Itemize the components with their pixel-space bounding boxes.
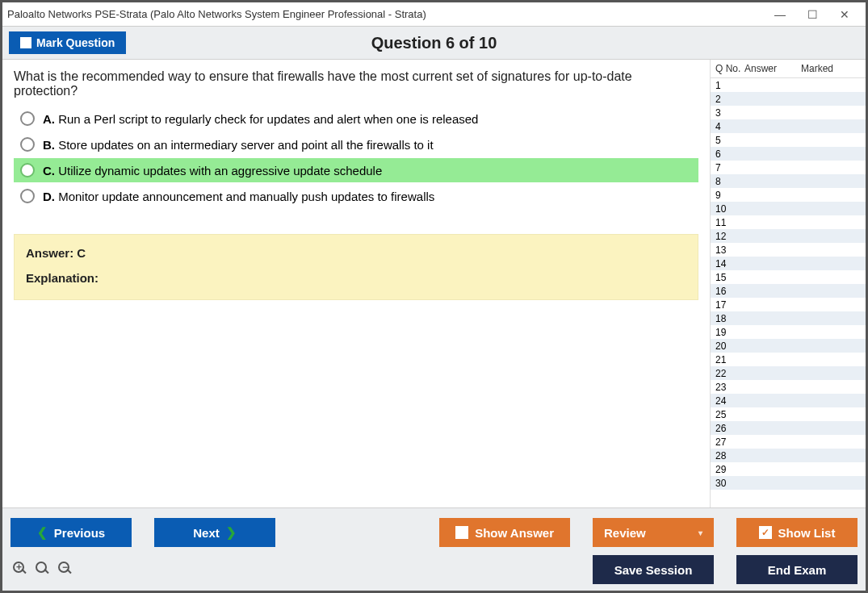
zoom-in-icon[interactable] xyxy=(12,561,30,578)
chevron-left-icon: ❮ xyxy=(37,525,48,540)
titlebar: Paloalto Networks PSE-Strata (Palo Alto … xyxy=(2,2,866,27)
answer-box: Answer: C Explanation: xyxy=(14,234,698,300)
question-list-row[interactable]: 5 xyxy=(711,133,866,147)
minimize-button[interactable]: — xyxy=(764,3,796,26)
app-window: Paloalto Networks PSE-Strata (Palo Alto … xyxy=(0,0,868,593)
question-list-row[interactable]: 8 xyxy=(711,174,866,188)
zoom-controls xyxy=(10,561,75,578)
cell-qno: 20 xyxy=(711,340,744,352)
previous-label: Previous xyxy=(54,526,105,540)
option-text: B. Store updates on an intermediary serv… xyxy=(43,138,434,152)
main-column: What is the recommended way to ensure th… xyxy=(2,60,710,507)
question-list-body[interactable]: 1234567891011121314151617181920212223242… xyxy=(711,78,866,507)
next-label: Next xyxy=(193,526,220,540)
question-list-row[interactable]: 25 xyxy=(711,407,866,421)
question-list-row[interactable]: 13 xyxy=(711,243,866,257)
zoom-icon[interactable] xyxy=(35,561,52,578)
radio-icon xyxy=(20,137,35,152)
save-session-button[interactable]: Save Session xyxy=(593,555,714,584)
question-list-row[interactable]: 30 xyxy=(711,476,866,490)
question-list-row[interactable]: 1 xyxy=(711,78,866,92)
question-list-row[interactable]: 6 xyxy=(711,147,866,161)
end-exam-button[interactable]: End Exam xyxy=(736,555,858,584)
question-list-row[interactable]: 10 xyxy=(711,202,866,215)
cell-qno: 16 xyxy=(711,286,744,297)
option-text: A. Run a Perl script to regularly check … xyxy=(43,112,478,126)
question-list-row[interactable]: 29 xyxy=(711,462,866,476)
body: What is the recommended way to ensure th… xyxy=(2,60,866,507)
question-list-row[interactable]: 2 xyxy=(711,92,866,106)
question-list-row[interactable]: 4 xyxy=(711,119,866,133)
show-list-button[interactable]: ✓ Show List xyxy=(736,518,858,547)
checkbox-icon xyxy=(455,526,468,539)
question-list-row[interactable]: 27 xyxy=(711,435,866,449)
mark-question-label: Mark Question xyxy=(36,36,115,49)
question-list-row[interactable]: 23 xyxy=(711,380,866,394)
cell-qno: 10 xyxy=(711,203,744,215)
footer-row-2: Save Session End Exam xyxy=(10,555,858,584)
next-button[interactable]: Next ❯ xyxy=(154,518,275,547)
checked-icon: ✓ xyxy=(759,526,772,539)
answer-line: Answer: C xyxy=(26,246,686,260)
explanation-label: Explanation: xyxy=(26,271,686,285)
answer-value: C xyxy=(77,246,86,260)
cell-qno: 13 xyxy=(711,244,744,256)
cell-qno: 5 xyxy=(711,135,744,146)
cell-qno: 25 xyxy=(711,409,744,420)
cell-qno: 29 xyxy=(711,464,744,475)
question-list-row[interactable]: 7 xyxy=(711,161,866,174)
cell-qno: 17 xyxy=(711,299,744,311)
cell-qno: 27 xyxy=(711,436,744,448)
question-list-row[interactable]: 21 xyxy=(711,353,866,366)
question-list-row[interactable]: 16 xyxy=(711,284,866,298)
radio-icon xyxy=(20,111,35,126)
cell-qno: 30 xyxy=(711,478,744,489)
cell-qno: 2 xyxy=(711,94,744,105)
show-answer-button[interactable]: Show Answer xyxy=(439,518,570,547)
question-list-row[interactable]: 14 xyxy=(711,257,866,270)
review-label: Review xyxy=(604,526,646,540)
mark-question-button[interactable]: Mark Question xyxy=(9,31,126,54)
review-button[interactable]: Review ▾ xyxy=(593,518,714,547)
question-list-row[interactable]: 26 xyxy=(711,421,866,435)
option-text: D. Monitor update announcement and manua… xyxy=(43,190,434,203)
chevron-down-icon: ▾ xyxy=(698,528,702,537)
chevron-right-icon: ❯ xyxy=(226,525,237,540)
cell-qno: 23 xyxy=(711,382,744,393)
end-exam-label: End Exam xyxy=(768,563,827,577)
window-title: Paloalto Networks PSE-Strata (Palo Alto … xyxy=(7,8,426,20)
option-A[interactable]: A. Run a Perl script to regularly check … xyxy=(14,106,698,131)
cell-qno: 12 xyxy=(711,231,744,242)
option-C[interactable]: C. Utilize dynamic updates with an aggre… xyxy=(14,158,698,182)
cell-qno: 11 xyxy=(711,217,744,228)
question-list-row[interactable]: 12 xyxy=(711,229,866,243)
question-list-row[interactable]: 18 xyxy=(711,311,866,325)
show-answer-label: Show Answer xyxy=(475,526,554,540)
question-list-panel: Q No. Answer Marked 12345678910111213141… xyxy=(710,60,866,507)
cell-qno: 21 xyxy=(711,354,744,365)
question-list-row[interactable]: 24 xyxy=(711,394,866,407)
question-list-row[interactable]: 11 xyxy=(711,215,866,229)
option-text: C. Utilize dynamic updates with an aggre… xyxy=(43,164,382,177)
show-list-label: Show List xyxy=(778,526,836,540)
zoom-out-icon[interactable] xyxy=(57,561,75,578)
question-list-row[interactable]: 3 xyxy=(711,106,866,119)
question-list-header: Q No. Answer Marked xyxy=(711,60,866,78)
question-list-row[interactable]: 19 xyxy=(711,325,866,339)
close-button[interactable]: ✕ xyxy=(828,3,861,26)
cell-qno: 3 xyxy=(711,107,744,119)
question-list-row[interactable]: 20 xyxy=(711,339,866,353)
maximize-button[interactable]: ☐ xyxy=(796,3,828,26)
col-header-answer: Answer xyxy=(744,63,801,74)
question-list-row[interactable]: 22 xyxy=(711,366,866,380)
previous-button[interactable]: ❮ Previous xyxy=(10,518,132,547)
option-D[interactable]: D. Monitor update announcement and manua… xyxy=(14,184,698,208)
cell-qno: 28 xyxy=(711,450,744,461)
col-header-marked: Marked xyxy=(801,63,866,74)
option-B[interactable]: B. Store updates on an intermediary serv… xyxy=(14,132,698,157)
question-list-row[interactable]: 28 xyxy=(711,449,866,462)
question-list-row[interactable]: 15 xyxy=(711,270,866,284)
cell-qno: 24 xyxy=(711,395,744,407)
question-list-row[interactable]: 17 xyxy=(711,298,866,311)
question-list-row[interactable]: 9 xyxy=(711,188,866,202)
